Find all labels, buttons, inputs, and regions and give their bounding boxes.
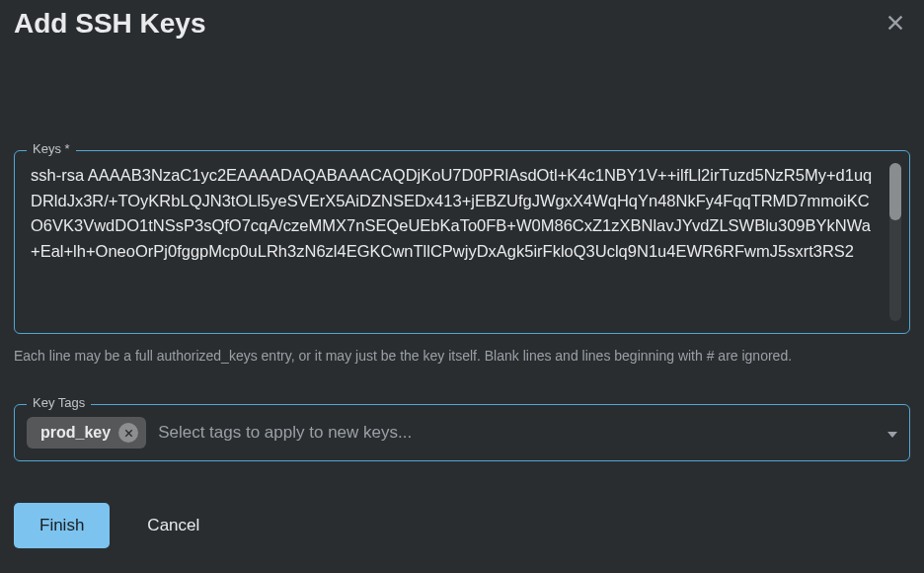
- key-tags-label: Key Tags: [27, 395, 91, 410]
- keys-help-text: Each line may be a full authorized_keys …: [14, 346, 910, 367]
- finish-button[interactable]: Finish: [14, 503, 110, 548]
- close-icon: [123, 428, 134, 439]
- close-icon: [885, 12, 906, 34]
- cancel-button[interactable]: Cancel: [137, 503, 209, 548]
- dialog-footer: Finish Cancel: [0, 461, 924, 548]
- keys-field[interactable]: Keys * ssh-rsa AAAAB3NzaC1yc2EAAAADAQABA…: [14, 150, 910, 334]
- form: Keys * ssh-rsa AAAAB3NzaC1yc2EAAAADAQABA…: [0, 150, 924, 461]
- tag-chip: prod_key: [27, 417, 146, 449]
- close-button[interactable]: [881, 8, 910, 41]
- tags-input[interactable]: Select tags to apply to new keys...: [158, 423, 876, 443]
- key-tags-field[interactable]: Key Tags prod_key Select tags to apply t…: [14, 404, 910, 461]
- dialog-header: Add SSH Keys: [0, 0, 924, 41]
- keys-textarea[interactable]: ssh-rsa AAAAB3NzaC1yc2EAAAADAQABAAACAQDj…: [31, 163, 880, 321]
- dialog-title: Add SSH Keys: [14, 8, 206, 40]
- tag-chip-label: prod_key: [40, 424, 111, 442]
- scrollbar-thumb[interactable]: [889, 163, 901, 220]
- keys-field-label: Keys *: [27, 141, 76, 156]
- tag-chip-remove[interactable]: [118, 423, 138, 443]
- chevron-down-icon[interactable]: [887, 424, 897, 442]
- scrollbar[interactable]: [889, 163, 901, 321]
